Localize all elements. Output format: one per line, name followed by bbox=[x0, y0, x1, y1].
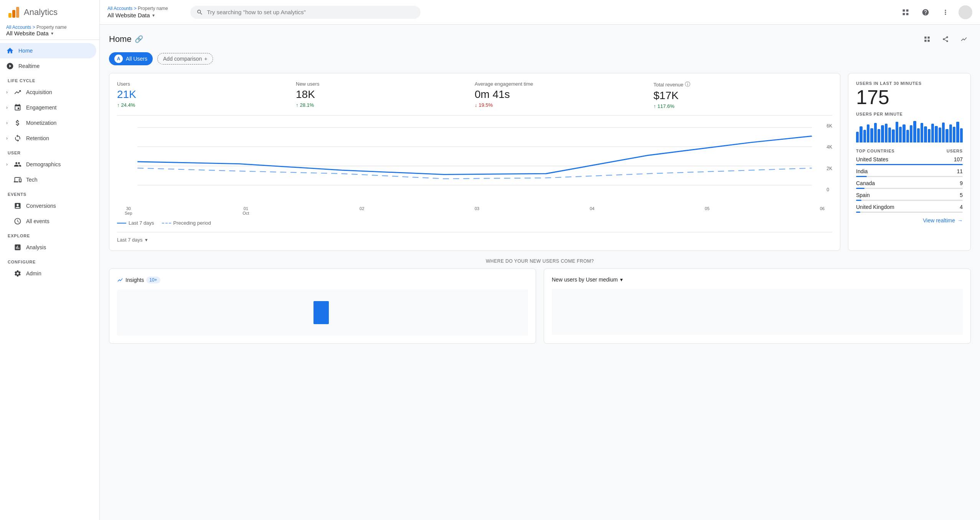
insights-badge: 10+ bbox=[146, 277, 160, 283]
country-name: Canada bbox=[856, 180, 875, 186]
chart-yaxis: 6K 4K 2K 0 bbox=[827, 123, 832, 192]
avg-engagement-metric-value: 0m 41s bbox=[475, 88, 647, 101]
all-users-badge-letter: A bbox=[114, 55, 123, 63]
bar bbox=[902, 124, 905, 142]
bar bbox=[870, 128, 873, 142]
bar bbox=[931, 124, 934, 142]
sidebar-item-all-events[interactable]: › All events bbox=[0, 214, 96, 229]
sidebar-item-home[interactable]: Home bbox=[0, 43, 96, 58]
users-metric-label: Users bbox=[117, 81, 290, 87]
new-users-change-arrow: ↑ bbox=[296, 102, 299, 108]
add-comparison-button[interactable]: Add comparison + bbox=[157, 53, 213, 65]
sidebar-item-realtime[interactable]: Realtime bbox=[0, 58, 96, 74]
bar bbox=[913, 121, 916, 142]
sidebar-item-tech[interactable]: › Tech bbox=[0, 172, 96, 187]
country-row: India 11 bbox=[856, 168, 963, 177]
users-change-arrow: ↑ bbox=[117, 102, 120, 108]
main-content: All Accounts > Property name All Website… bbox=[100, 0, 980, 520]
yaxis-6k: 6K bbox=[827, 123, 832, 129]
engagement-icon bbox=[14, 104, 21, 111]
sidebar-item-demographics[interactable]: › Demographics bbox=[0, 157, 96, 172]
bar bbox=[928, 129, 931, 142]
sidebar-retention-label: Retention bbox=[26, 135, 49, 141]
avg-engagement-change-arrow: ↓ bbox=[475, 102, 477, 108]
insights-card: Insights 10+ bbox=[109, 268, 536, 344]
breadcrumb-accounts[interactable]: All Accounts bbox=[6, 25, 31, 30]
page-content: Home 🔗 A All Users Add bbox=[100, 25, 980, 520]
sidebar-item-monetization[interactable]: › Monetization bbox=[0, 115, 96, 131]
sidebar-demographics-label: Demographics bbox=[26, 161, 61, 167]
view-realtime-link[interactable]: View realtime → bbox=[856, 217, 963, 224]
legend-current-item: Last 7 days bbox=[117, 220, 154, 226]
chart-card: Users 21K ↑ 24.4% New users 18K ↑ 28.1% bbox=[109, 73, 840, 251]
new-users-medium-chevron-icon: ▾ bbox=[620, 277, 623, 283]
yaxis-0: 0 bbox=[827, 187, 832, 192]
realtime-count: 175 bbox=[856, 87, 963, 107]
sidebar-home-label: Home bbox=[18, 48, 33, 54]
chart-date-range[interactable]: Last 7 days ▾ bbox=[117, 232, 832, 243]
xaxis-02: 02 bbox=[360, 206, 364, 215]
svg-rect-2 bbox=[16, 7, 19, 18]
sidebar-item-conversions[interactable]: › Conversions bbox=[0, 198, 96, 214]
analysis-icon bbox=[14, 243, 21, 251]
topbar-property-name: All Website Data bbox=[107, 12, 150, 18]
explore-section-label: EXPLORE bbox=[0, 229, 99, 240]
country-name: United Kingdom bbox=[856, 204, 894, 210]
page-title: Home bbox=[109, 34, 132, 44]
filter-row: A All Users Add comparison + bbox=[109, 52, 971, 65]
help-icon[interactable] bbox=[919, 5, 932, 19]
total-revenue-change-arrow: ↑ bbox=[653, 103, 656, 109]
bar bbox=[939, 128, 941, 142]
sidebar-realtime-label: Realtime bbox=[18, 63, 40, 69]
sidebar-item-analysis[interactable]: › Analysis bbox=[0, 240, 96, 255]
total-revenue-change-value: 117.6% bbox=[658, 103, 675, 109]
sidebar-admin-label: Admin bbox=[26, 270, 41, 277]
share-button[interactable] bbox=[939, 32, 952, 46]
customize-dashboard-button[interactable] bbox=[920, 32, 934, 46]
more-options-icon[interactable] bbox=[939, 5, 952, 19]
topbar-property-selector[interactable]: All Website Data ▾ bbox=[107, 12, 177, 18]
admin-icon bbox=[14, 270, 21, 277]
grid-icon[interactable] bbox=[899, 5, 912, 19]
retention-expand-icon: › bbox=[6, 136, 8, 141]
topbar-property[interactable]: Property name bbox=[138, 6, 168, 11]
bar bbox=[953, 127, 955, 142]
country-row: United States 107 bbox=[856, 156, 963, 165]
sidebar-item-admin[interactable]: › Admin bbox=[0, 266, 96, 281]
topbar-accounts[interactable]: All Accounts bbox=[107, 6, 132, 11]
property-selector[interactable]: All Website Data ▾ bbox=[6, 30, 93, 36]
chart-legend: Last 7 days Preceding period bbox=[117, 220, 832, 226]
sidebar-acquisition-label: Acquisition bbox=[26, 89, 52, 95]
app-title: Analytics bbox=[24, 7, 58, 17]
user-avatar[interactable] bbox=[959, 5, 972, 19]
date-range-label: Last 7 days bbox=[117, 237, 143, 243]
avg-engagement-metric-change: ↓ 19.5% bbox=[475, 102, 647, 108]
all-users-label: All Users bbox=[126, 56, 147, 62]
all-users-filter[interactable]: A All Users bbox=[109, 52, 153, 65]
sidebar-engagement-label: Engagement bbox=[26, 104, 56, 111]
sidebar-analysis-label: Analysis bbox=[26, 244, 46, 250]
engagement-expand-icon: › bbox=[6, 105, 8, 110]
property-chevron-icon: ▾ bbox=[51, 31, 53, 36]
analytics-button[interactable] bbox=[957, 32, 971, 46]
total-revenue-info-icon[interactable]: ⓘ bbox=[685, 81, 690, 88]
page-header-actions bbox=[920, 32, 971, 46]
sidebar-item-acquisition[interactable]: › Acquisition bbox=[0, 84, 96, 100]
page-title-link-icon[interactable]: 🔗 bbox=[135, 35, 143, 43]
country-bar-fill bbox=[856, 200, 861, 201]
legend-current-line bbox=[117, 223, 126, 224]
sidebar-item-retention[interactable]: › Retention bbox=[0, 131, 96, 146]
sidebar-item-engagement[interactable]: › Engagement bbox=[0, 100, 96, 115]
topbar-separator: > bbox=[134, 6, 138, 11]
bar bbox=[949, 124, 952, 142]
bar bbox=[878, 129, 880, 142]
total-revenue-metric: Total revenue ⓘ $17K ↑ 117.6% bbox=[653, 81, 832, 109]
countries-list: United States 107 India 11 Canada 9 bbox=[856, 156, 963, 213]
sidebar-all-events-label: All events bbox=[26, 218, 49, 224]
analytics-logo-icon bbox=[8, 6, 20, 18]
search-input[interactable] bbox=[207, 9, 414, 15]
top-countries-header: TOP COUNTRIES USERS bbox=[856, 149, 963, 153]
country-name: India bbox=[856, 168, 868, 174]
topbar-property-chevron-icon: ▾ bbox=[152, 13, 155, 18]
breadcrumb-property[interactable]: Property name bbox=[36, 25, 67, 30]
